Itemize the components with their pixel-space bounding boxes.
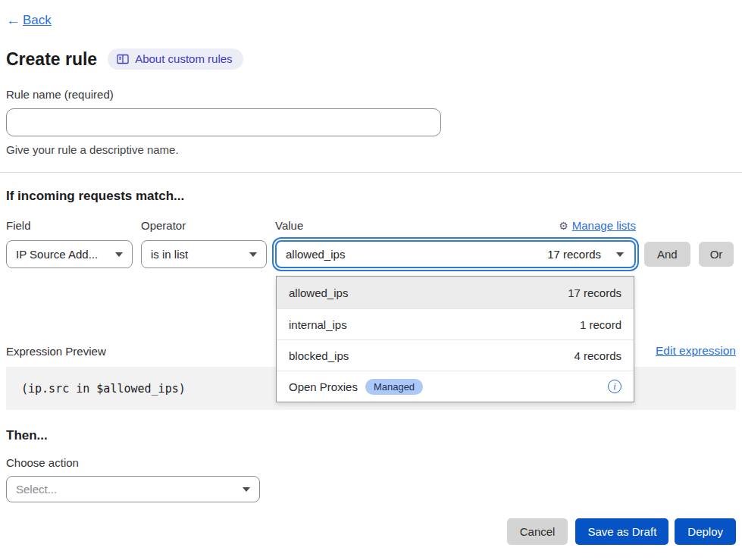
- list-option-open-proxies[interactable]: Open Proxies Managed i: [277, 371, 634, 402]
- value-label-row: Value ⚙ Manage lists: [275, 220, 636, 232]
- chevron-down-icon: [243, 487, 250, 492]
- page-title: Create rule: [6, 49, 97, 70]
- expression-code: (ip.src in $allowed_ips): [21, 382, 186, 396]
- deploy-button[interactable]: Deploy: [675, 518, 736, 545]
- list-option-meta: 1 record: [580, 318, 621, 331]
- rule-name-section: Rule name (required) Give your rule a de…: [6, 88, 736, 156]
- title-row: Create rule About custom rules: [6, 48, 736, 70]
- action-select-placeholder: Select...: [16, 483, 57, 496]
- action-select[interactable]: Select...: [6, 476, 260, 502]
- list-option-allowed-ips[interactable]: allowed_ips 17 records: [277, 277, 634, 308]
- chevron-down-icon: [249, 252, 257, 257]
- chevron-down-icon: [115, 252, 123, 257]
- list-option-blocked-ips[interactable]: blocked_ips 4 records: [277, 339, 634, 371]
- manage-lists-link[interactable]: ⚙ Manage lists: [559, 220, 636, 232]
- edit-expression-link[interactable]: Edit expression: [656, 344, 736, 358]
- match-heading: If incoming requests match...: [6, 189, 736, 204]
- section-divider: [0, 172, 742, 173]
- back-link-label: Back: [23, 13, 52, 28]
- expression-preview-label: Expression Preview: [6, 345, 106, 358]
- field-select[interactable]: IP Source Add...: [6, 240, 133, 268]
- list-option-name: blocked_ips: [289, 349, 349, 362]
- about-custom-rules-label: About custom rules: [135, 52, 232, 65]
- list-option-meta: 4 records: [574, 349, 621, 362]
- value-label: Value: [275, 220, 303, 232]
- manage-lists-label: Manage lists: [572, 220, 636, 232]
- list-option-name: Open Proxies: [289, 380, 358, 393]
- value-select-records: 17 records: [547, 248, 601, 261]
- create-rule-page: ←Back Create rule About custom rules Rul…: [0, 0, 742, 560]
- back-link[interactable]: ←Back: [6, 12, 52, 29]
- gear-icon: ⚙: [559, 220, 568, 232]
- save-as-draft-button[interactable]: Save as Draft: [575, 518, 668, 545]
- value-select[interactable]: allowed_ips 17 records: [275, 240, 636, 268]
- operator-label: Operator: [141, 220, 267, 232]
- info-icon[interactable]: i: [608, 380, 621, 393]
- list-option-name: allowed_ips: [289, 286, 348, 299]
- chevron-down-icon: [616, 252, 624, 257]
- list-option-name: internal_ips: [289, 318, 347, 331]
- and-or-buttons: And Or: [644, 220, 734, 267]
- rule-name-label: Rule name (required): [6, 88, 114, 101]
- list-option-internal-ips[interactable]: internal_ips 1 record: [277, 308, 634, 339]
- operator-select-value: is in list: [151, 248, 188, 261]
- or-button[interactable]: Or: [699, 242, 734, 267]
- choose-action-label: Choose action: [6, 456, 736, 469]
- back-arrow-icon: ←: [6, 12, 20, 29]
- book-icon: [117, 54, 129, 64]
- field-column: Field IP Source Add...: [6, 220, 133, 268]
- then-heading: Then...: [6, 428, 736, 443]
- operator-column: Operator is in list: [141, 220, 267, 268]
- value-column: Value ⚙ Manage lists allowed_ips 17 reco…: [275, 220, 636, 268]
- footer-actions: Cancel Save as Draft Deploy: [6, 518, 736, 545]
- field-label: Field: [6, 220, 133, 232]
- and-button[interactable]: And: [644, 242, 690, 267]
- field-select-value: IP Source Add...: [16, 248, 98, 261]
- rule-name-input[interactable]: [6, 108, 441, 136]
- managed-badge: Managed: [365, 379, 423, 395]
- cancel-button[interactable]: Cancel: [507, 518, 568, 545]
- condition-row: Field IP Source Add... Operator is in li…: [6, 220, 736, 268]
- about-custom-rules-link[interactable]: About custom rules: [108, 48, 243, 70]
- list-option-meta: 17 records: [568, 286, 621, 299]
- value-select-value: allowed_ips: [286, 248, 345, 261]
- operator-select[interactable]: is in list: [141, 240, 267, 268]
- list-dropdown: allowed_ips 17 records internal_ips 1 re…: [276, 276, 634, 402]
- rule-name-helper-text: Give your rule a descriptive name.: [6, 143, 736, 156]
